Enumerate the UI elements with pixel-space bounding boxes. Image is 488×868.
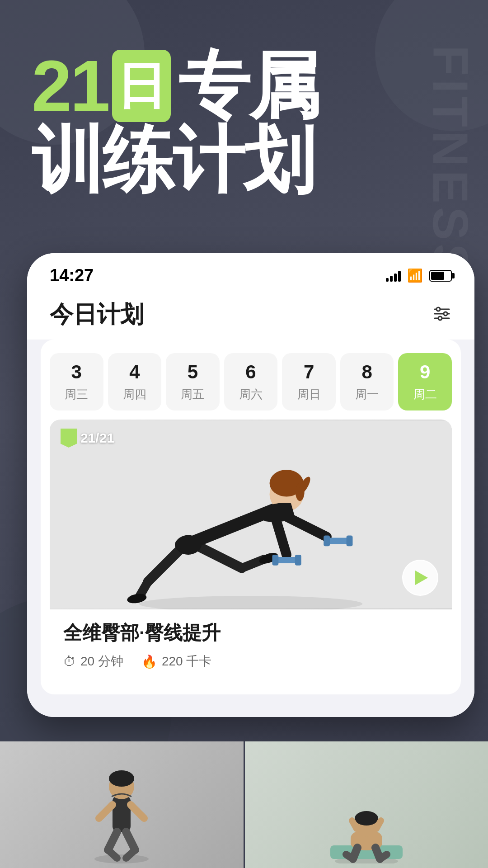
wifi-icon: 📶 <box>407 268 423 283</box>
svg-point-5 <box>438 316 442 320</box>
day-item-8[interactable]: 8周一 <box>340 353 394 410</box>
workout-info: 全维臀部·臀线提升 ⏱ 20 分钟 🔥 220 千卡 <box>50 609 452 681</box>
battery-icon <box>429 270 452 282</box>
day-item-4[interactable]: 4周四 <box>108 353 162 410</box>
play-button[interactable] <box>402 560 438 596</box>
day-item-5[interactable]: 5周五 <box>166 353 220 410</box>
day-name: 周六 <box>239 387 263 402</box>
svg-point-32 <box>109 770 134 787</box>
day-name: 周五 <box>181 387 204 402</box>
hero-day-char: 日 <box>117 61 166 111</box>
phone-mockup: 14:27 📶 今日计划 <box>27 253 474 717</box>
svg-line-50 <box>376 821 381 829</box>
day-name: 周日 <box>297 387 321 402</box>
svg-point-4 <box>444 312 447 316</box>
svg-point-29 <box>94 854 149 863</box>
day-item-6[interactable]: 6周六 <box>224 353 278 410</box>
app-header: 今日计划 <box>27 290 474 340</box>
svg-point-3 <box>436 307 440 311</box>
badge-text: 21/21 <box>80 430 114 446</box>
status-time: 14:27 <box>50 266 94 285</box>
play-triangle-icon <box>415 571 428 585</box>
svg-point-44 <box>355 811 378 826</box>
app-content: 3周三4周四5周五6周六7周日8周一9周二 <box>27 340 474 717</box>
day-item-9[interactable]: 9周二 <box>398 353 452 410</box>
status-icons: 📶 <box>386 268 452 283</box>
hero-number: 21 <box>32 50 108 122</box>
hero-day-box: 日 <box>112 50 171 122</box>
day-number: 8 <box>362 361 372 383</box>
workout-image: 21/21 <box>50 420 452 609</box>
svg-line-49 <box>352 821 357 829</box>
workout-name: 全维臀部·臀线提升 <box>63 620 438 646</box>
day-number: 6 <box>245 361 256 383</box>
day-selector: 3周三4周四5周五6周六7周日8周一9周二 <box>50 353 452 410</box>
bottom-thumbnails <box>0 741 488 868</box>
workout-badge: 21/21 <box>61 429 114 448</box>
workout-meta: ⏱ 20 分钟 🔥 220 千卡 <box>63 653 438 670</box>
hero-line1: 21 日 专属 <box>32 50 398 122</box>
thumb-item-2[interactable] <box>245 741 488 868</box>
svg-line-48 <box>380 854 387 859</box>
day-number: 4 <box>129 361 140 383</box>
fire-icon: 🔥 <box>141 654 157 669</box>
hero-section: 21 日 专属 训练计划 <box>32 50 398 198</box>
calendar-card: 3周三4周四5周五6周六7周日8周一9周二 <box>41 340 461 694</box>
day-number: 3 <box>71 361 82 383</box>
svg-line-33 <box>99 805 113 818</box>
bookmark-icon <box>61 429 77 448</box>
svg-rect-21 <box>327 538 349 544</box>
calories-meta: 🔥 220 千卡 <box>141 653 212 670</box>
day-name: 周一 <box>355 387 379 402</box>
hero-line2: 训练计划 <box>32 122 398 198</box>
calories-text: 220 千卡 <box>162 653 212 670</box>
day-name: 周四 <box>123 387 146 402</box>
duration-text: 20 分钟 <box>80 653 123 670</box>
day-name: 周二 <box>413 387 437 402</box>
thumb-item-1[interactable] <box>0 741 245 868</box>
svg-rect-30 <box>113 796 131 832</box>
clock-icon: ⏱ <box>63 654 76 669</box>
day-number: 9 <box>420 361 430 383</box>
svg-rect-22 <box>324 535 330 546</box>
svg-rect-23 <box>347 535 353 546</box>
day-number: 7 <box>304 361 314 383</box>
app-title: 今日计划 <box>50 299 144 330</box>
svg-rect-20 <box>295 555 301 566</box>
duration-meta: ⏱ 20 分钟 <box>63 653 123 670</box>
day-number: 5 <box>188 361 198 383</box>
filter-button[interactable] <box>432 304 452 326</box>
thumb-bg-right <box>245 741 488 868</box>
svg-line-34 <box>131 805 144 818</box>
signal-icon <box>386 270 401 282</box>
day-item-3[interactable]: 3周三 <box>50 353 103 410</box>
day-item-7[interactable]: 7周日 <box>282 353 336 410</box>
svg-point-28 <box>176 535 201 555</box>
svg-rect-19 <box>272 555 278 566</box>
svg-line-46 <box>346 854 353 859</box>
status-bar: 14:27 📶 <box>27 253 474 290</box>
thumb-bg-left <box>0 741 244 868</box>
hero-rest-text: 专属 <box>178 50 319 122</box>
workout-card[interactable]: 21/21 全维臀部·臀线提升 ⏱ 20 分钟 <box>50 420 452 681</box>
svg-rect-18 <box>275 557 297 563</box>
day-name: 周三 <box>65 387 88 402</box>
